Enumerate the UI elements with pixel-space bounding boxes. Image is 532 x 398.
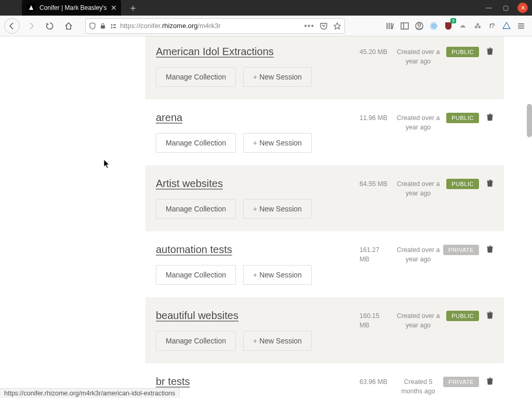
delete-button[interactable] <box>486 245 494 255</box>
reload-button[interactable] <box>43 19 57 33</box>
collection-row: American Idol ExtractionsManage Collecti… <box>145 36 504 99</box>
sidebar-icon[interactable] <box>400 21 409 31</box>
plus-icon: + <box>253 139 257 147</box>
bookmark-star-icon[interactable] <box>333 22 341 30</box>
visibility-badge: PUBLIC <box>446 311 479 321</box>
plus-icon: + <box>253 205 257 213</box>
extension-icon-4[interactable] <box>502 21 511 31</box>
mouse-cursor <box>103 159 111 169</box>
visibility-badge: PRIVATE <box>443 377 479 387</box>
collection-created: Created 5 months ago <box>395 376 442 396</box>
lock-icon <box>99 22 107 30</box>
pocket-icon[interactable] <box>320 22 328 30</box>
new-session-button[interactable]: + New Session <box>243 67 312 87</box>
collection-title-link[interactable]: American Idol Extractions <box>156 46 274 57</box>
delete-button[interactable] <box>486 311 494 321</box>
collection-row: br tests63.96 MBCreated 5 months agoPRIV… <box>145 363 504 398</box>
library-icon[interactable] <box>385 21 395 31</box>
window-controls: — ▢ ✕ <box>484 3 532 13</box>
new-session-button[interactable]: + New Session <box>243 331 312 351</box>
collection-size: 161.27 MB <box>360 244 391 264</box>
new-session-button[interactable]: + New Session <box>243 199 312 219</box>
collection-title-link[interactable]: automation tests <box>156 244 232 255</box>
delete-button[interactable] <box>486 179 494 189</box>
visibility-badge: PRIVATE <box>443 245 479 255</box>
tab-title: Conifer | Mark Beasley's <box>39 4 107 11</box>
new-tab-button[interactable]: ＋ <box>128 2 138 14</box>
forward-button <box>24 19 38 33</box>
browser-titlebar: Conifer | Mark Beasley's ✕ ＋ — ▢ ✕ <box>0 0 532 16</box>
manage-collection-button[interactable]: Manage Collection <box>156 67 236 87</box>
collection-size: 63.96 MB <box>360 376 391 387</box>
account-icon[interactable] <box>415 21 424 31</box>
manage-collection-button[interactable]: Manage Collection <box>156 265 236 285</box>
menu-button[interactable] <box>516 21 526 31</box>
svg-rect-4 <box>113 27 116 28</box>
plus-icon: + <box>253 337 257 345</box>
collection-created: Created over a year ago <box>395 310 442 330</box>
collection-size: 160.15 MB <box>360 310 391 330</box>
url-text: https://conifer.rhizome.org/m4rk3r <box>120 22 221 30</box>
url-bar[interactable]: https://conifer.rhizome.org/m4rk3r ••• <box>85 18 345 34</box>
svg-point-3 <box>111 26 113 28</box>
home-button[interactable] <box>61 19 76 33</box>
scrollbar[interactable] <box>527 36 532 398</box>
back-button[interactable] <box>4 18 20 34</box>
collection-title-link[interactable]: Artist websites <box>156 178 223 189</box>
collection-row: beautiful websitesManage Collection+ New… <box>145 297 504 363</box>
tab-close-icon[interactable]: ✕ <box>111 4 117 12</box>
extension-icon-2[interactable]: ⁂ <box>473 21 482 31</box>
manage-collection-button[interactable]: Manage Collection <box>156 133 236 153</box>
svg-rect-5 <box>401 23 408 29</box>
new-session-button[interactable]: + New Session <box>243 265 312 285</box>
shield-icon <box>89 22 96 30</box>
svg-point-8 <box>418 23 421 26</box>
collection-size: 64.55 MB <box>360 178 391 189</box>
browser-toolbar: https://conifer.rhizome.org/m4rk3r ••• 9… <box>0 16 532 36</box>
collection-title-link[interactable]: br tests <box>156 376 190 387</box>
scrollbar-thumb[interactable] <box>527 104 532 137</box>
plus-icon: + <box>253 73 257 81</box>
collection-created: Created over a year ago <box>395 46 442 66</box>
plus-icon: + <box>253 271 257 279</box>
minimize-button[interactable]: — <box>484 3 494 12</box>
collection-row: automation testsManage Collection+ New S… <box>145 231 504 297</box>
svg-rect-0 <box>101 25 105 29</box>
visibility-badge: PUBLIC <box>446 179 479 189</box>
visibility-badge: PUBLIC <box>446 113 479 123</box>
browser-tab[interactable]: Conifer | Mark Beasley's ✕ <box>22 0 121 16</box>
collection-size: 11.96 MB <box>360 112 391 123</box>
window-close-button[interactable]: ✕ <box>517 3 528 13</box>
manage-collection-button[interactable]: Manage Collection <box>156 331 236 351</box>
collection-title-link[interactable]: arena <box>156 112 182 123</box>
react-devtools-icon[interactable] <box>429 21 438 31</box>
delete-button[interactable] <box>486 113 494 123</box>
delete-button[interactable] <box>486 377 494 387</box>
svg-rect-2 <box>113 24 116 25</box>
extension-icon-3[interactable]: f? <box>487 21 497 31</box>
delete-button[interactable] <box>486 47 494 57</box>
collection-row: Artist websitesManage Collection+ New Se… <box>145 165 504 231</box>
svg-point-1 <box>111 24 113 25</box>
permissions-icon <box>110 22 117 30</box>
collection-row: arenaManage Collection+ New Session11.96… <box>145 99 504 165</box>
new-session-button[interactable]: + New Session <box>243 133 312 153</box>
collection-size: 45.20 MB <box>360 46 391 57</box>
collection-title-link[interactable]: beautiful websites <box>156 310 238 321</box>
collection-created: Created over a year ago <box>395 244 442 264</box>
svg-point-9 <box>433 25 435 26</box>
manage-collection-button[interactable]: Manage Collection <box>156 199 236 219</box>
maximize-button[interactable]: ▢ <box>501 3 510 12</box>
status-bar: https://conifer.rhizome.org/m4rk3r/ameri… <box>0 388 180 398</box>
page-content: American Idol ExtractionsManage Collecti… <box>0 36 532 398</box>
extension-badge: 9 <box>450 18 456 23</box>
collection-created: Created over a year ago <box>395 112 442 132</box>
page-actions-icon[interactable]: ••• <box>304 21 314 31</box>
ublock-icon[interactable]: 9 <box>444 21 453 31</box>
visibility-badge: PUBLIC <box>446 47 479 57</box>
extension-icon-1[interactable] <box>458 21 468 31</box>
conifer-favicon <box>27 4 35 12</box>
collection-created: Created over a year ago <box>395 178 442 198</box>
